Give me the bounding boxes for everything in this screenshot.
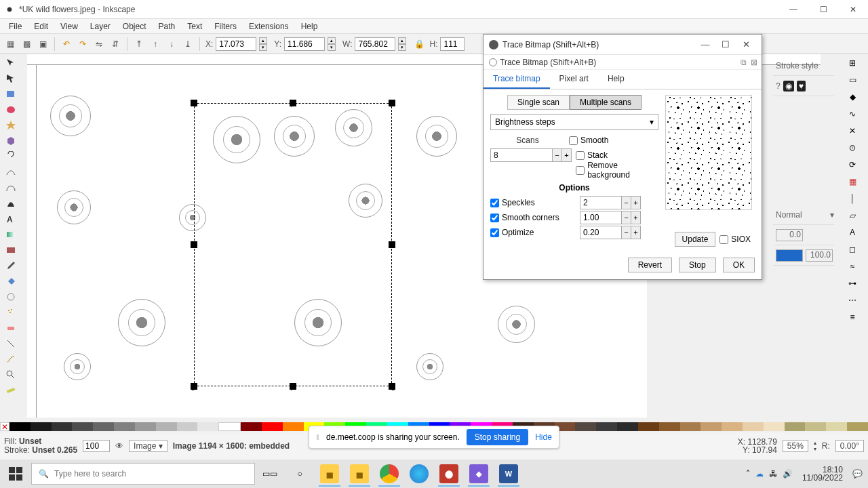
raise-top-icon[interactable]: ⤒ bbox=[132, 37, 146, 52]
gradient-tool-icon[interactable] bbox=[1, 227, 20, 242]
app-purple-icon[interactable]: ◆ bbox=[464, 460, 494, 488]
resize-handle[interactable]: ↕ bbox=[290, 383, 296, 390]
tray-up-icon[interactable]: ˄ bbox=[746, 469, 750, 479]
y-spinner[interactable]: ▴▾ bbox=[328, 37, 336, 51]
tab-trace-bitmap[interactable]: Trace bitmap bbox=[484, 70, 550, 89]
spiral-tool-icon[interactable] bbox=[1, 149, 20, 164]
resize-handle[interactable]: ↔ bbox=[389, 241, 395, 248]
zoom-spinner[interactable]: ▴▾ bbox=[814, 440, 816, 452]
menu-extensions[interactable]: Extensions bbox=[243, 20, 295, 33]
plus-icon[interactable]: + bbox=[631, 197, 640, 209]
swatch[interactable] bbox=[262, 422, 283, 431]
help-icon[interactable]: ? bbox=[776, 81, 781, 91]
swatch[interactable] bbox=[617, 422, 638, 431]
notifications-icon[interactable]: 💬 bbox=[852, 469, 863, 479]
start-button[interactable] bbox=[0, 460, 31, 488]
measure-tool-icon[interactable] bbox=[1, 383, 20, 398]
plus-icon[interactable]: + bbox=[561, 149, 571, 161]
swatch[interactable] bbox=[680, 422, 701, 431]
eraser-tool-icon[interactable] bbox=[1, 321, 20, 336]
ok-button[interactable]: OK bbox=[723, 258, 755, 272]
y-input[interactable] bbox=[284, 37, 325, 51]
swatch[interactable] bbox=[785, 422, 806, 431]
swatch[interactable] bbox=[575, 422, 596, 431]
ellipse-tool-icon[interactable] bbox=[1, 102, 20, 117]
stop-sharing-button[interactable]: Stop sharing bbox=[467, 429, 528, 445]
swatch[interactable] bbox=[156, 422, 177, 431]
word-icon[interactable]: W bbox=[494, 460, 524, 488]
swatch[interactable] bbox=[197, 422, 218, 431]
bezier-tool-icon[interactable] bbox=[1, 180, 20, 195]
swatch[interactable] bbox=[596, 422, 617, 431]
spray-tool-icon[interactable] bbox=[1, 305, 20, 320]
multiple-scans-button[interactable]: Multiple scans bbox=[570, 95, 642, 110]
dropper-tool-icon[interactable] bbox=[1, 258, 20, 273]
lpe-tool-icon[interactable] bbox=[1, 352, 20, 367]
snap-center-icon[interactable]: ⊙ bbox=[845, 140, 860, 155]
resize-handle[interactable]: ↔ bbox=[191, 241, 197, 248]
snap-guide-icon[interactable]: │ bbox=[845, 191, 860, 206]
paintbucket-tool-icon[interactable] bbox=[1, 274, 20, 289]
speckles-input[interactable]: 2−+ bbox=[580, 196, 641, 209]
close-button[interactable]: ✕ bbox=[838, 0, 868, 19]
tweak-tool-icon[interactable] bbox=[1, 289, 20, 304]
minimize-button[interactable]: — bbox=[778, 0, 808, 19]
snap-object-icon[interactable]: ◻ bbox=[845, 242, 860, 257]
snap-path-icon[interactable]: ∿ bbox=[845, 106, 860, 121]
minus-icon[interactable]: − bbox=[552, 149, 561, 161]
opacity-a-value[interactable]: 0.0 bbox=[776, 229, 803, 241]
plus-icon[interactable]: + bbox=[631, 211, 640, 224]
stop-button[interactable]: Stop bbox=[679, 258, 716, 272]
tool-deselect-icon[interactable]: ▣ bbox=[35, 37, 50, 52]
heart-icon[interactable]: ♥ bbox=[797, 81, 806, 92]
menu-path[interactable]: Path bbox=[153, 20, 182, 33]
task-view-icon[interactable]: ▭▭ bbox=[255, 460, 285, 488]
menu-layer[interactable]: Layer bbox=[84, 20, 117, 33]
app-red-icon[interactable]: ⬤ bbox=[434, 460, 464, 488]
optimize-input[interactable]: 0.20−+ bbox=[580, 226, 641, 239]
lower-icon[interactable]: ↓ bbox=[164, 37, 179, 52]
smooth-corners-input[interactable]: 1.00−+ bbox=[580, 211, 641, 224]
opacity-b-value[interactable]: 100.0 bbox=[806, 249, 833, 262]
layer-selector[interactable]: Image ▾ bbox=[129, 440, 167, 452]
stack-checkbox[interactable]: Stack bbox=[576, 150, 608, 160]
menu-object[interactable]: Object bbox=[117, 20, 153, 33]
taskbar-search[interactable]: 🔍 Type here to search bbox=[31, 463, 255, 485]
flip-v-icon[interactable]: ⇵ bbox=[108, 37, 123, 52]
connector-tool-icon[interactable] bbox=[1, 336, 20, 351]
scans-input[interactable]: 8−+ bbox=[490, 148, 572, 162]
swatch[interactable] bbox=[847, 422, 868, 431]
lock-ratio-icon[interactable]: 🔒 bbox=[412, 37, 427, 52]
resize-handle[interactable]: ↙ bbox=[191, 383, 197, 390]
cortana-icon[interactable]: ○ bbox=[285, 460, 315, 488]
swatch[interactable] bbox=[241, 422, 262, 431]
swatch[interactable] bbox=[283, 422, 304, 431]
volume-icon[interactable]: 🔊 bbox=[783, 469, 793, 479]
zoom-tool-icon[interactable] bbox=[1, 367, 20, 382]
rotate-cw-icon[interactable]: ↷ bbox=[75, 37, 90, 52]
menu-file[interactable]: File bbox=[3, 20, 28, 33]
dialog-close-button[interactable]: ✕ bbox=[736, 36, 756, 54]
maximize-button[interactable]: ☐ bbox=[808, 0, 838, 19]
swatch[interactable] bbox=[826, 422, 847, 431]
snap-other-icon[interactable]: ⋯ bbox=[845, 293, 860, 308]
menu-edit[interactable]: Edit bbox=[28, 20, 54, 33]
node-tool-icon[interactable] bbox=[1, 71, 20, 86]
swatch[interactable] bbox=[72, 422, 93, 431]
snap-bbox-icon[interactable]: ▭ bbox=[845, 73, 860, 87]
swatch[interactable] bbox=[764, 422, 785, 431]
mesh-tool-icon[interactable] bbox=[1, 243, 20, 258]
menu-view[interactable]: View bbox=[54, 20, 84, 33]
minus-icon[interactable]: − bbox=[621, 197, 631, 209]
opacity-input[interactable] bbox=[83, 440, 110, 452]
calligraphy-tool-icon[interactable] bbox=[1, 196, 20, 211]
snap-toggle-icon[interactable]: ⊞ bbox=[845, 56, 860, 70]
dialog-maximize-button[interactable]: ☐ bbox=[715, 36, 736, 54]
chrome-icon[interactable] bbox=[374, 460, 404, 488]
plus-icon[interactable]: + bbox=[631, 226, 640, 239]
edge-icon[interactable] bbox=[404, 460, 434, 488]
swatch[interactable] bbox=[701, 422, 722, 431]
file-explorer-icon-2[interactable]: ▅ bbox=[344, 460, 374, 488]
smooth-checkbox[interactable]: Smooth bbox=[569, 136, 608, 145]
pencil-tool-icon[interactable] bbox=[1, 165, 20, 180]
